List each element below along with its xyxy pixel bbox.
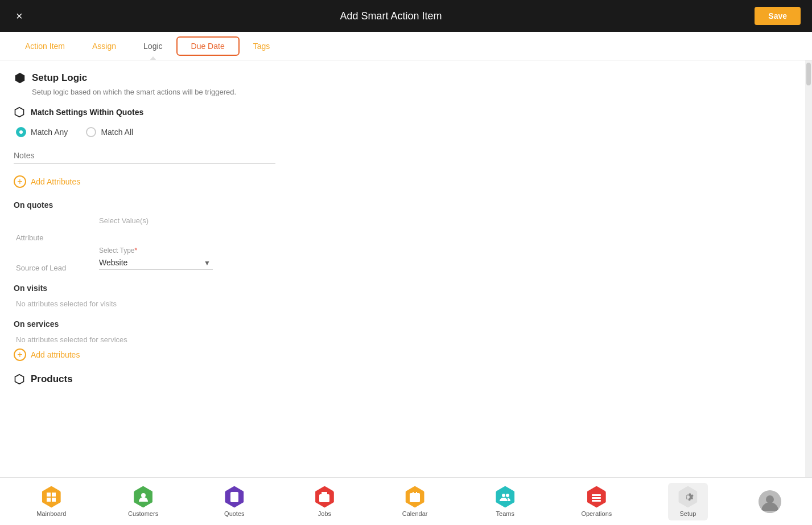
on-quotes-section: On quotes Attribute Select Value(s) Sour… — [14, 200, 792, 272]
calendar-nav-label: Calendar — [402, 510, 428, 517]
tab-logic[interactable]: Logic — [130, 32, 176, 60]
on-visits-label: On visits — [14, 284, 792, 293]
customers-nav-label: Customers — [128, 510, 158, 517]
tab-tags[interactable]: Tags — [240, 32, 284, 60]
mainboard-icon — [40, 486, 62, 508]
svg-rect-14 — [323, 497, 325, 498]
match-all-label: Match All — [101, 128, 133, 137]
page-title: Add Smart Action Item — [340, 10, 442, 22]
match-all-radio[interactable] — [86, 127, 96, 137]
required-indicator: * — [134, 247, 137, 255]
notes-input[interactable] — [14, 147, 275, 164]
nav-item-jobs[interactable]: Jobs — [304, 483, 344, 520]
products-hexagon-icon — [14, 374, 25, 385]
svg-rect-23 — [592, 500, 601, 502]
nav-item-mainboard[interactable]: Mainboard — [31, 483, 72, 520]
svg-marker-1 — [15, 108, 24, 117]
jobs-icon — [314, 486, 335, 508]
bottom-navigation: Mainboard Customers Quotes Jobs Calendar… — [0, 477, 812, 525]
svg-rect-21 — [592, 494, 601, 496]
main-content: Setup Logic Setup logic based on which t… — [0, 60, 805, 477]
user-avatar[interactable] — [759, 490, 781, 513]
match-all-option[interactable]: Match All — [86, 127, 133, 137]
customers-svg-icon — [137, 491, 150, 503]
nav-item-setup[interactable]: Setup — [668, 483, 708, 520]
calendar-svg-icon — [409, 491, 421, 503]
svg-point-20 — [506, 494, 509, 497]
svg-marker-2 — [15, 375, 24, 384]
svg-rect-13 — [319, 494, 329, 502]
svg-rect-10 — [232, 497, 237, 498]
attribute-row: Attribute Select Value(s) — [14, 216, 792, 242]
match-any-label: Match Any — [31, 128, 68, 137]
svg-rect-3 — [47, 493, 51, 497]
svg-rect-4 — [52, 493, 56, 497]
setup-icon — [677, 486, 699, 508]
nav-item-teams[interactable]: Teams — [485, 483, 525, 520]
on-services-section: On services No attributes selected for s… — [14, 319, 792, 361]
on-services-empty-text: No attributes selected for services — [14, 335, 792, 344]
svg-rect-22 — [592, 497, 601, 499]
svg-point-25 — [766, 495, 774, 503]
products-header: Products — [14, 374, 792, 385]
jobs-svg-icon — [318, 491, 331, 503]
svg-rect-15 — [410, 493, 420, 502]
nav-item-customers[interactable]: Customers — [122, 483, 164, 520]
quotes-nav-label: Quotes — [224, 510, 244, 517]
customers-icon — [133, 486, 154, 508]
teams-svg-icon — [499, 491, 512, 503]
nav-item-operations[interactable]: Operations — [575, 483, 617, 520]
avatar-icon — [759, 490, 781, 513]
svg-rect-16 — [413, 492, 414, 494]
save-button[interactable]: Save — [755, 7, 801, 25]
select-type-wrapper: Website ▼ — [99, 256, 213, 270]
source-of-lead-label: Source of Lead — [16, 247, 90, 272]
scrollbar-thumb[interactable] — [806, 63, 811, 85]
svg-point-7 — [141, 493, 146, 498]
svg-rect-18 — [410, 496, 420, 497]
nav-item-calendar[interactable]: Calendar — [395, 483, 435, 520]
on-quotes-label: On quotes — [14, 200, 792, 210]
quotes-svg-icon — [228, 491, 241, 503]
select-type-label: Select Type* — [99, 247, 213, 255]
setup-logic-header: Setup Logic — [14, 72, 792, 84]
jobs-nav-label: Jobs — [318, 510, 331, 517]
hexagon-filled-icon — [14, 72, 26, 84]
operations-svg-icon — [590, 491, 603, 503]
svg-rect-6 — [52, 498, 56, 502]
products-title: Products — [31, 374, 73, 385]
source-of-lead-row: Source of Lead Select Type* Website ▼ — [14, 247, 792, 272]
nav-item-quotes[interactable]: Quotes — [215, 483, 254, 520]
operations-nav-label: Operations — [581, 510, 612, 517]
svg-rect-11 — [232, 499, 235, 501]
hexagon-outline-icon — [14, 106, 25, 118]
setup-logic-subtitle: Setup logic based on which the smart act… — [32, 88, 792, 96]
tab-assign[interactable]: Assign — [79, 32, 130, 60]
mainboard-nav-label: Mainboard — [36, 510, 66, 517]
mainboard-svg-icon — [45, 491, 57, 503]
match-any-radio[interactable] — [16, 127, 26, 137]
svg-rect-5 — [47, 498, 51, 502]
setup-svg-icon — [682, 491, 694, 503]
match-settings-title: Match Settings Within Quotes — [31, 108, 143, 117]
on-visits-section: On visits No attributes selected for vis… — [14, 284, 792, 308]
scrollbar-track[interactable] — [805, 60, 812, 477]
select-type-dropdown[interactable]: Website — [99, 256, 213, 270]
add-attributes-label: Add Attributes — [31, 177, 80, 186]
plus-circle-icon: + — [14, 175, 26, 188]
match-any-option[interactable]: Match Any — [16, 127, 68, 137]
plus-circle-services-icon: + — [14, 348, 26, 361]
tab-action-item[interactable]: Action Item — [11, 32, 79, 60]
header: × Add Smart Action Item Save — [0, 0, 812, 32]
svg-rect-9 — [232, 495, 237, 496]
svg-point-19 — [502, 494, 505, 497]
match-settings-header: Match Settings Within Quotes — [14, 106, 792, 118]
tab-due-date[interactable]: Due Date — [176, 36, 240, 56]
add-attributes-services-label: Add attributes — [31, 350, 80, 359]
close-button[interactable]: × — [11, 7, 27, 25]
quotes-icon — [224, 486, 245, 508]
match-radio-group: Match Any Match All — [16, 127, 792, 137]
add-attributes-button[interactable]: + Add Attributes — [14, 175, 80, 188]
add-attributes-services-button[interactable]: + Add attributes — [14, 348, 80, 361]
select-type-group: Select Type* Website ▼ — [99, 247, 213, 270]
